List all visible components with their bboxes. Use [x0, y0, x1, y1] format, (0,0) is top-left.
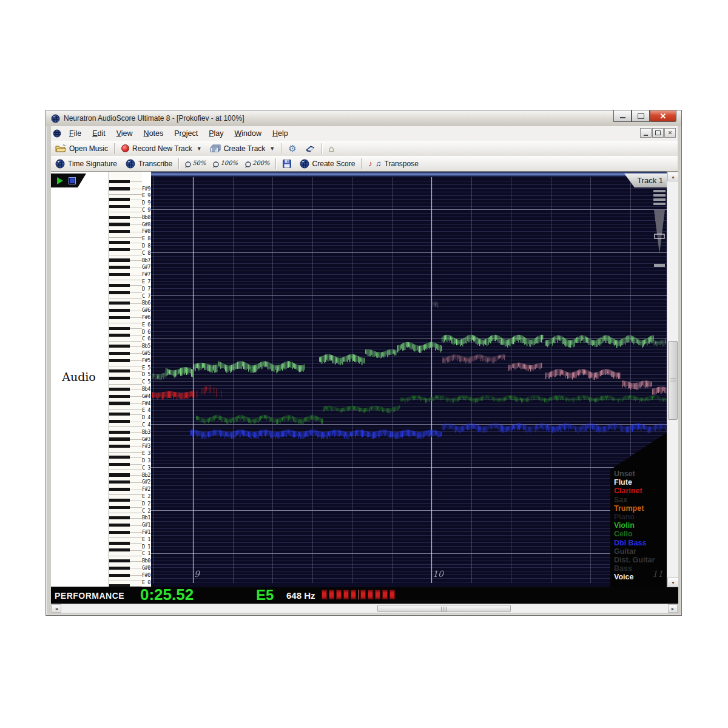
vertical-scroll-thumb[interactable] [668, 341, 678, 420]
mdi-minimize-button[interactable] [640, 128, 652, 138]
legend-item-piano[interactable]: Piano [614, 513, 667, 521]
open-music-button[interactable]: Open Music [51, 143, 112, 154]
save-button[interactable] [278, 158, 295, 169]
legend-item-sax[interactable]: Sax [614, 496, 667, 504]
settings-button[interactable]: ⚙ [284, 142, 300, 155]
black-key-D#7[interactable] [109, 284, 130, 287]
black-key-A#5[interactable] [109, 345, 130, 348]
legend-item-violin[interactable]: Violin [614, 521, 667, 530]
black-key-C#8[interactable] [109, 248, 130, 251]
black-key-F#9[interactable] [109, 187, 130, 190]
black-key-F#8[interactable] [109, 230, 130, 233]
black-key-A#7[interactable] [109, 258, 130, 261]
black-key-D#6[interactable] [109, 327, 130, 330]
black-key-D#9[interactable] [109, 198, 130, 201]
help-book-button[interactable] [301, 143, 320, 153]
create-track-dropdown-arrow[interactable]: ▼ [269, 146, 275, 152]
legend-item-cello[interactable]: Cello [614, 530, 667, 538]
black-key-F#7[interactable] [109, 273, 130, 276]
black-key-F#1[interactable] [109, 531, 130, 534]
black-key-D#2[interactable] [109, 499, 130, 502]
fader-handle[interactable] [655, 234, 664, 238]
black-key-D#1[interactable] [109, 542, 130, 545]
black-key-C#3[interactable] [109, 463, 130, 466]
minimize-button[interactable] [613, 110, 632, 122]
menu-file[interactable]: File [64, 127, 87, 140]
black-key-C#5[interactable] [109, 377, 130, 380]
black-key-G#7[interactable] [109, 266, 130, 269]
legend-item-unset[interactable]: Unset [614, 470, 667, 478]
zoom-100-button[interactable]: 100% [209, 159, 241, 169]
record-dropdown-arrow[interactable]: ▼ [197, 146, 202, 152]
create-track-button[interactable]: Create Track ▼ [206, 143, 280, 154]
black-key-C#2[interactable] [109, 506, 130, 509]
menu-view[interactable]: View [111, 127, 138, 140]
home-button[interactable]: ⌂ [325, 142, 339, 155]
horizontal-scroll-thumb[interactable] [377, 605, 511, 612]
scroll-left-button[interactable]: ◄ [52, 604, 61, 613]
zoom-50-button[interactable]: 50% [181, 159, 209, 169]
legend-item-dist-guitar[interactable]: Dist. Guitar [614, 556, 667, 564]
black-key-C#1[interactable] [109, 548, 130, 551]
black-key-F#4[interactable] [109, 402, 130, 405]
black-key-F#2[interactable] [109, 488, 130, 491]
mdi-restore-button[interactable] [652, 128, 664, 138]
black-key-G#4[interactable] [109, 395, 130, 398]
black-key-C#4[interactable] [109, 420, 130, 423]
black-key-F#6[interactable] [109, 316, 130, 319]
black-key-F#3[interactable] [109, 445, 130, 448]
black-key-C#9[interactable] [109, 205, 130, 208]
transcribe-button[interactable]: Transcribe [121, 158, 177, 170]
menu-window[interactable]: Window [229, 127, 267, 140]
legend-item-trumpet[interactable]: Trumpet [614, 504, 667, 513]
black-key-G#1[interactable] [109, 524, 130, 527]
legend-item-flute[interactable]: Flute [614, 478, 667, 487]
black-key-A#3[interactable] [109, 431, 130, 434]
black-key-A#6[interactable] [109, 302, 130, 305]
create-score-button[interactable]: Create Score [295, 158, 360, 170]
menu-edit[interactable]: Edit [87, 127, 111, 140]
legend-item-guitar[interactable]: Guitar [614, 547, 667, 556]
menu-project[interactable]: Project [169, 127, 203, 140]
transpose-button[interactable]: ♪♫ Transpose [364, 158, 423, 169]
scroll-up-button[interactable]: ▲ [667, 172, 678, 181]
black-key-A#0[interactable] [109, 559, 130, 562]
black-key-G#6[interactable] [109, 309, 130, 312]
black-key-G#9[interactable] [109, 180, 130, 183]
menu-play[interactable]: Play [203, 127, 229, 140]
horizontal-scrollbar[interactable]: ◄ ► [51, 604, 678, 613]
black-key-D#8[interactable] [109, 241, 130, 244]
piano-keyboard[interactable] [109, 172, 142, 587]
menu-notes[interactable]: Notes [138, 127, 169, 140]
scroll-right-button[interactable]: ► [668, 604, 678, 613]
pitch-grid[interactable]: 9 10 [151, 172, 667, 587]
close-button[interactable]: ✕ [650, 110, 676, 122]
black-key-D#3[interactable] [109, 456, 130, 459]
black-key-A#4[interactable] [109, 388, 130, 391]
record-new-track-button[interactable]: Record New Track ▼ [117, 143, 206, 154]
black-key-A#2[interactable] [109, 473, 130, 476]
black-key-G#5[interactable] [109, 352, 130, 355]
black-key-G#0[interactable] [109, 567, 130, 570]
black-key-F#5[interactable] [109, 359, 130, 362]
black-key-G#3[interactable] [109, 437, 130, 440]
black-key-G#8[interactable] [109, 223, 130, 226]
vertical-scrollbar[interactable]: ▲ ▼ [667, 172, 678, 587]
title-bar[interactable]: Neuratron AudioScore Ultimate 8 - [Proko… [46, 110, 681, 126]
black-key-A#8[interactable] [109, 216, 130, 219]
maximize-button[interactable] [632, 110, 650, 122]
black-key-C#7[interactable] [109, 291, 130, 294]
time-signature-button[interactable]: Time Signature [51, 158, 121, 170]
volume-fader[interactable] [651, 187, 667, 272]
mdi-close-button[interactable]: ✕ [664, 128, 676, 138]
black-key-A#1[interactable] [109, 516, 130, 519]
stop-button[interactable] [69, 177, 76, 184]
play-button[interactable] [57, 177, 63, 184]
black-key-D#5[interactable] [109, 369, 130, 372]
black-key-D#4[interactable] [109, 413, 130, 416]
black-key-G#2[interactable] [109, 480, 130, 484]
legend-item-clarinet[interactable]: Clarinet [614, 487, 667, 495]
black-key-F#0[interactable] [109, 574, 130, 577]
legend-item-dbl-bass[interactable]: Dbl Bass [614, 539, 667, 547]
black-key-C#6[interactable] [109, 334, 130, 337]
